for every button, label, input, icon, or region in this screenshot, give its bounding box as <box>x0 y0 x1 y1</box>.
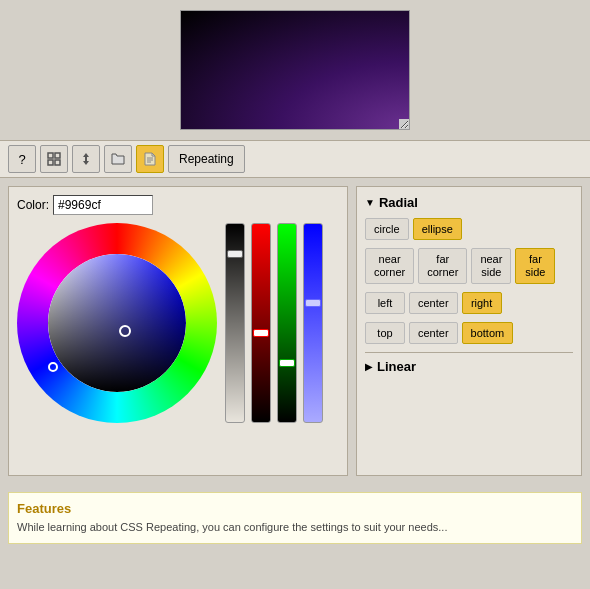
preview-container <box>0 0 590 140</box>
alpha-handle <box>227 250 243 258</box>
radial-section-header[interactable]: ▼ Radial <box>365 195 573 210</box>
main-area: Color: <box>0 178 590 484</box>
alpha-slider[interactable] <box>225 223 245 423</box>
circle-button[interactable]: circle <box>365 218 409 240</box>
svg-marker-4 <box>83 153 89 157</box>
radial-title: Radial <box>379 195 418 210</box>
toolbar: ? Repeating <box>0 140 590 178</box>
red-handle <box>253 329 269 337</box>
green-slider[interactable] <box>277 223 297 423</box>
red-slider[interactable] <box>251 223 271 423</box>
near-side-button[interactable]: nearside <box>471 248 511 284</box>
arrows-button[interactable] <box>72 145 100 173</box>
right-button[interactable]: right <box>462 292 502 314</box>
right-panel: ▼ Radial circle ellipse nearcorner farco… <box>356 186 582 476</box>
svg-rect-2 <box>48 160 53 165</box>
grid-button[interactable] <box>40 145 68 173</box>
position-options: nearcorner farcorner nearside farside <box>365 248 573 284</box>
svg-rect-1 <box>55 153 60 158</box>
color-picker-area <box>17 223 339 423</box>
blue-slider[interactable] <box>303 223 323 423</box>
linear-arrow-icon: ▶ <box>365 361 373 372</box>
green-handle <box>279 359 295 367</box>
linear-section-header[interactable]: ▶ Linear <box>365 359 573 374</box>
center-h-button[interactable]: center <box>409 292 458 314</box>
svg-rect-3 <box>55 160 60 165</box>
linear-title: Linear <box>377 359 416 374</box>
radial-arrow-icon: ▼ <box>365 197 375 208</box>
v-position-options: top center bottom <box>365 322 573 344</box>
color-label-text: Color: <box>17 198 49 212</box>
color-panel: Color: <box>8 186 348 476</box>
preview-box[interactable] <box>180 10 410 130</box>
folder-button[interactable] <box>104 145 132 173</box>
sat-val-box <box>48 254 186 392</box>
hue-wheel-container[interactable] <box>17 223 217 423</box>
near-corner-button[interactable]: nearcorner <box>365 248 414 284</box>
color-label: Color: <box>17 195 339 215</box>
section-divider <box>365 352 573 353</box>
ellipse-button[interactable]: ellipse <box>413 218 462 240</box>
far-side-button[interactable]: farside <box>515 248 555 284</box>
shape-options: circle ellipse <box>365 218 573 240</box>
features-title: Features <box>17 501 573 516</box>
sliders-container <box>225 223 323 423</box>
blue-handle <box>305 299 321 307</box>
svg-rect-0 <box>48 153 53 158</box>
features-text: While learning about CSS Repeating, you … <box>17 520 573 535</box>
inner-mask <box>48 254 186 392</box>
left-button[interactable]: left <box>365 292 405 314</box>
question-button[interactable]: ? <box>8 145 36 173</box>
svg-marker-5 <box>83 161 89 165</box>
repeating-button[interactable]: Repeating <box>168 145 245 173</box>
far-corner-button[interactable]: farcorner <box>418 248 467 284</box>
svg-rect-6 <box>85 157 87 161</box>
h-position-options: left center right <box>365 292 573 314</box>
top-button[interactable]: top <box>365 322 405 344</box>
features-section: Features While learning about CSS Repeat… <box>8 492 582 544</box>
bottom-button[interactable]: bottom <box>462 322 514 344</box>
doc-button[interactable] <box>136 145 164 173</box>
color-hex-input[interactable] <box>53 195 153 215</box>
center-v-button[interactable]: center <box>409 322 458 344</box>
